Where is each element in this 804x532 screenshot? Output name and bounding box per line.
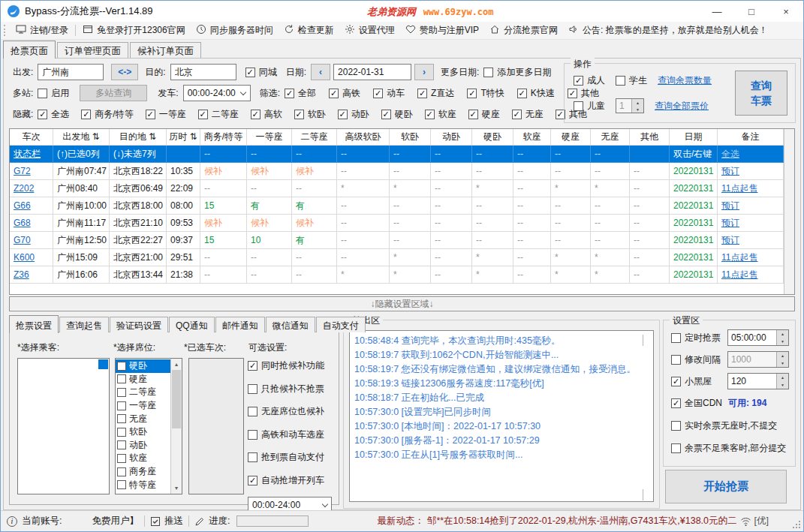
- filter-checkbox-3-box[interactable]: ✓: [417, 89, 427, 98]
- seat-item-9[interactable]: 特等座: [116, 478, 170, 491]
- settings-tab-6[interactable]: 自动支付: [316, 317, 366, 332]
- settings-tab-4[interactable]: 邮件通知: [215, 317, 265, 332]
- filter-checkbox-1-box[interactable]: ✓: [329, 89, 339, 98]
- tab-order-manage-page[interactable]: 订单管理页面: [57, 42, 128, 58]
- settings-tab-2[interactable]: 验证码设置: [110, 317, 168, 332]
- hide-checkbox-10-box[interactable]: ✓: [512, 110, 522, 119]
- multi-station-enable-checkbox[interactable]: 启用: [38, 87, 69, 100]
- hide-checkbox-4[interactable]: ✓高软: [251, 108, 282, 121]
- col-header-second-class[interactable]: 二等座: [292, 129, 337, 146]
- hide-checkbox-10[interactable]: ✓无座: [512, 108, 544, 121]
- next-date-button[interactable]: ›: [414, 64, 434, 80]
- toolbar-item-monitor[interactable]: 注销/登录: [11, 23, 74, 39]
- close-button[interactable]: ×: [769, 1, 803, 22]
- col-header-business-special[interactable]: 商务/特等: [200, 129, 247, 146]
- cell-train-no[interactable]: G66: [10, 197, 53, 215]
- setting-input-0[interactable]: 05:00:00: [727, 329, 789, 346]
- adult-checkbox-box[interactable]: ✓: [574, 76, 583, 86]
- hide-checkbox-5[interactable]: ✓软卧: [294, 108, 326, 121]
- toolbar-item-heart[interactable]: 赞助与注册VIP: [400, 23, 484, 39]
- seat-item-1-box[interactable]: [117, 374, 126, 383]
- swap-stations-button[interactable]: <->: [111, 64, 138, 80]
- tab-waitlist-order-page[interactable]: 候补订单页面: [130, 42, 201, 58]
- col-header-note[interactable]: 备注: [718, 129, 784, 146]
- query-tickets-button[interactable]: 查询 车票: [735, 71, 787, 116]
- cell-train-no[interactable]: G68: [10, 215, 53, 232]
- seat-item-0-box[interactable]: [117, 362, 126, 371]
- setting-checkbox-0-box[interactable]: [671, 333, 681, 343]
- maximize-button[interactable]: □: [734, 1, 769, 22]
- grab-option-checkbox-0-box[interactable]: ✓: [248, 361, 257, 371]
- col-header-duration[interactable]: 历时 ⇅: [167, 129, 200, 146]
- grab-option-checkbox-3[interactable]: 高铁和动车选座: [248, 428, 338, 441]
- seat-item-4-box[interactable]: [117, 414, 126, 423]
- table-row-Z202[interactable]: Z202广州08:40北京西06:4922:09------**--*--**-…: [10, 180, 784, 197]
- seat-item-2-box[interactable]: [117, 388, 126, 397]
- cell-train-no[interactable]: Z202: [10, 180, 53, 197]
- same-city-checkbox[interactable]: ✓同城: [245, 66, 277, 79]
- seat-item-7-box[interactable]: [117, 454, 126, 463]
- hide-checkbox-2[interactable]: ✓一等座: [146, 108, 186, 121]
- spin-up-icon[interactable]: [777, 352, 788, 359]
- start-grab-button[interactable]: 开始抢票: [665, 470, 787, 503]
- seat-item-9-box[interactable]: [117, 480, 126, 489]
- spin-down-icon[interactable]: [632, 106, 643, 113]
- col-header-arrive-station[interactable]: 目的地 ⇅: [110, 129, 167, 146]
- hide-checkbox-9-box[interactable]: ✓: [468, 110, 478, 119]
- spin-up-icon[interactable]: [777, 330, 788, 338]
- student-checkbox[interactable]: 学生: [616, 74, 647, 87]
- cell-train-no[interactable]: G72: [10, 163, 53, 180]
- col-header-train-no[interactable]: 车次: [10, 129, 53, 146]
- toolbar-item-window[interactable]: 免登录打开12306官网: [77, 23, 190, 39]
- table-row-G68[interactable]: G68广州南11:17北京西21:1009:53候补候补候补----------…: [10, 215, 784, 232]
- setting-checkbox-1-box[interactable]: [671, 355, 681, 365]
- col-header-emu-sleeper[interactable]: 动卧: [431, 129, 472, 146]
- setting-checkbox-2[interactable]: ✓小黑屋: [671, 375, 712, 388]
- spin-up-icon[interactable]: [777, 374, 788, 381]
- toolbar-item-clock[interactable]: 同步服务器时间: [191, 23, 279, 39]
- settings-tab-3[interactable]: QQ通知: [169, 317, 215, 332]
- cell-note[interactable]: 11点起售: [718, 249, 784, 266]
- scroll-up-icon[interactable]: [643, 335, 650, 343]
- to-station-input[interactable]: 北京: [170, 64, 236, 80]
- query-ticket-count-link[interactable]: 查询余票数量: [658, 74, 712, 87]
- grab-option-checkbox-5[interactable]: ✓自动抢增开列车: [248, 474, 338, 487]
- toolbar-grip-handle[interactable]: [4, 25, 8, 36]
- status-row[interactable]: 状态栏(↑)已选0列(↓)未选7列--------------------双击/…: [10, 146, 784, 163]
- cdn-checkbox[interactable]: ✓全国CDN: [671, 397, 722, 410]
- cell-note[interactable]: 11点起售: [718, 266, 784, 284]
- grab-option-checkbox-4[interactable]: 抢到票自动支付: [248, 451, 338, 464]
- seat-item-5-box[interactable]: [117, 428, 126, 437]
- no-seat-no-submit-checkbox-box[interactable]: [671, 421, 681, 431]
- scrollbar-thumb[interactable]: [172, 370, 181, 428]
- push-item[interactable]: 推送: [150, 515, 183, 527]
- table-row-G70[interactable]: G70广州南12:50北京西22:2709:371510有-----------…: [10, 232, 784, 249]
- col-header-depart-station[interactable]: 出发地 ⇅: [53, 129, 110, 146]
- table-row-G72[interactable]: G72广州南07:47北京西18:2210:35候补候补候补----------…: [10, 163, 784, 180]
- grab-option-checkbox-5-box[interactable]: ✓: [248, 476, 257, 485]
- hide-checkbox-8-box[interactable]: ✓: [425, 110, 435, 119]
- grab-option-checkbox-3-box[interactable]: [248, 430, 257, 440]
- multi-station-query-button[interactable]: 多站查询: [80, 85, 147, 101]
- cell-note[interactable]: 预订: [718, 232, 784, 249]
- setting-checkbox-1[interactable]: 修改间隔: [671, 353, 721, 366]
- grab-option-checkbox-1[interactable]: 只抢候补不抢票: [248, 383, 338, 395]
- cell-train-no[interactable]: Z36: [10, 266, 53, 284]
- filter-checkbox-2[interactable]: ✓动车: [373, 87, 405, 100]
- hide-settings-bar[interactable]: ↓隐藏设置区域↓: [9, 296, 795, 311]
- scroll-up-icon[interactable]: [171, 359, 182, 370]
- hide-checkbox-6-box[interactable]: ✓: [338, 110, 348, 119]
- seat-item-3-box[interactable]: [117, 401, 126, 410]
- date-input[interactable]: 2022-01-31: [333, 64, 411, 80]
- seat-item-6[interactable]: 动卧: [116, 439, 170, 452]
- seat-item-4[interactable]: 无座: [116, 412, 170, 425]
- hide-checkbox-4-box[interactable]: ✓: [251, 110, 260, 119]
- output-log[interactable]: 10:58:48:4 查询完毕，本次查询共用时:435毫秒。10:58:19:7…: [349, 330, 654, 502]
- minimize-button[interactable]: —: [700, 1, 734, 22]
- toolbar-item-gear[interactable]: 设置代理: [339, 23, 400, 39]
- passenger-list-scroll-thumb[interactable]: [98, 359, 108, 369]
- hide-checkbox-8[interactable]: ✓软座: [425, 108, 456, 121]
- spinner-buttons[interactable]: [631, 99, 643, 113]
- hide-checkbox-5-box[interactable]: ✓: [294, 110, 304, 119]
- hide-checkbox-6[interactable]: ✓动卧: [338, 108, 369, 121]
